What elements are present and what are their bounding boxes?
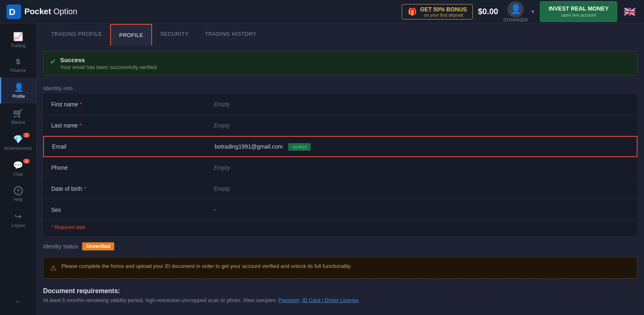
chat-icon: 💬 bbox=[13, 160, 23, 170]
sidebar-item-market[interactable]: 🛒 Market bbox=[0, 104, 36, 129]
field-value-email: botrading1991@gmail.com Verified bbox=[215, 143, 629, 150]
achievements-badge: 2 bbox=[23, 133, 30, 138]
success-banner: ✔ Success Your email has been successful… bbox=[43, 51, 637, 76]
sidebar-item-finance[interactable]: $ Finance bbox=[0, 53, 36, 78]
field-label-sex: Sex bbox=[51, 207, 214, 213]
sidebar: 📈 Trading $ Finance 👤 Profile 🛒 Market 💎… bbox=[0, 24, 37, 315]
logout-icon: ↪ bbox=[15, 211, 22, 221]
sidebar-arrow-icon[interactable]: ← bbox=[11, 293, 26, 310]
topnav: D Pocket Option 🎁 GET 50% BONUS on your … bbox=[0, 0, 644, 24]
sidebar-bottom: ← bbox=[0, 293, 36, 315]
sidebar-item-chat[interactable]: 💬 Chat 3 bbox=[0, 155, 36, 181]
main-content: TRADING PROFILE PROFILE SECURITY TRADING… bbox=[37, 24, 644, 315]
sidebar-label-profile: Profile bbox=[12, 94, 25, 99]
invest-button[interactable]: INVEST REAL MONEY open live account bbox=[540, 1, 617, 22]
chevron-down-icon: ▼ bbox=[531, 9, 535, 15]
identity-status-label: Identity status bbox=[43, 243, 78, 250]
bonus-button[interactable]: 🎁 GET 50% BONUS on your first deposit bbox=[402, 4, 473, 19]
tab-profile[interactable]: PROFILE bbox=[110, 24, 152, 45]
tab-security[interactable]: SECURITY bbox=[152, 24, 197, 45]
verified-badge: Verified bbox=[288, 143, 311, 151]
gift-icon: 🎁 bbox=[408, 7, 417, 16]
sidebar-label-help: Help bbox=[13, 197, 23, 202]
field-label-first-name: First name* bbox=[51, 101, 214, 108]
tabs-bar: TRADING PROFILE PROFILE SECURITY TRADING… bbox=[37, 24, 644, 45]
sidebar-item-trading[interactable]: 📈 Trading bbox=[0, 27, 36, 53]
flag-icon[interactable]: 🇬🇧 bbox=[622, 6, 637, 17]
market-icon: 🛒 bbox=[13, 108, 23, 118]
table-row-email: Email botrading1991@gmail.com Verified bbox=[43, 136, 637, 157]
table-row: First name* Empty bbox=[43, 94, 637, 115]
sidebar-label-market: Market bbox=[11, 120, 25, 125]
doc-text: At least 6 months remaining validity per… bbox=[43, 297, 637, 303]
sidebar-item-achievements[interactable]: 💎 Achievements 2 bbox=[0, 129, 36, 155]
sidebar-label-chat: Chat bbox=[13, 172, 23, 177]
success-subtitle: Your email has been successfully verifie… bbox=[60, 64, 157, 70]
layout: 📈 Trading $ Finance 👤 Profile 🛒 Market 💎… bbox=[0, 24, 644, 315]
field-label-last-name: Last name* bbox=[51, 122, 214, 129]
logo-area: D Pocket Option bbox=[7, 4, 397, 19]
tab-trading-profile[interactable]: TRADING PROFILE bbox=[43, 24, 110, 45]
identity-status-section: Identity status Unverified bbox=[37, 236, 644, 254]
invest-sub-label: open live account bbox=[548, 12, 609, 18]
trading-icon: 📈 bbox=[13, 32, 23, 41]
required-note: * Required data bbox=[43, 220, 637, 236]
sidebar-item-logout[interactable]: ↪ Logout bbox=[0, 207, 36, 233]
success-icon: ✔ bbox=[50, 57, 56, 66]
unverified-badge: Unverified bbox=[82, 242, 114, 250]
warning-box: ⚠ Please complete the forms and upload y… bbox=[43, 257, 637, 278]
topnav-right: 🎁 GET 50% BONUS on your first deposit $0… bbox=[402, 1, 637, 22]
tab-trading-history[interactable]: TRADING HISTORY bbox=[197, 24, 265, 45]
invest-main-label: INVEST REAL MONEY bbox=[548, 5, 609, 12]
achievements-icon: 💎 bbox=[13, 134, 23, 144]
field-value-phone: Empty bbox=[214, 164, 629, 171]
field-label-phone: Phone bbox=[51, 164, 214, 171]
id-card-link[interactable]: ID Card / Driver License bbox=[302, 297, 359, 303]
sidebar-label-logout: Logout bbox=[11, 223, 25, 228]
sidebar-label-trading: Trading bbox=[11, 43, 26, 48]
field-value-last-name: Empty bbox=[214, 122, 629, 129]
field-value-sex: - bbox=[214, 207, 629, 213]
table-row: Date of birth* Empty bbox=[43, 178, 637, 199]
identity-section-title: Identity info bbox=[37, 81, 644, 94]
field-value-dob: Empty bbox=[214, 186, 629, 192]
logo-text: Pocket Option bbox=[24, 7, 77, 16]
finance-icon: $ bbox=[16, 58, 20, 66]
profile-icon: 👤 bbox=[14, 82, 24, 92]
sidebar-item-profile[interactable]: 👤 Profile bbox=[0, 78, 36, 104]
table-row: Last name* Empty bbox=[43, 115, 637, 136]
avatar: 👤 bbox=[507, 1, 524, 17]
passport-link[interactable]: Passport bbox=[278, 297, 299, 303]
doc-title: Document requirements: bbox=[43, 287, 637, 295]
logo-icon: D bbox=[7, 4, 21, 19]
field-label-email: Email bbox=[52, 143, 215, 150]
help-icon: ? bbox=[14, 186, 23, 195]
bonus-sub-label: on your first deposit bbox=[420, 13, 467, 17]
success-title: Success bbox=[60, 56, 157, 63]
sidebar-label-achievements: Achievements bbox=[4, 146, 32, 151]
doc-requirements-section: Document requirements: At least 6 months… bbox=[37, 282, 644, 307]
sidebar-item-help[interactable]: ? Help bbox=[0, 181, 36, 207]
sidebar-label-finance: Finance bbox=[10, 68, 26, 73]
balance-display: $0.00 bbox=[478, 7, 498, 16]
table-row: Sex - bbox=[43, 199, 637, 220]
chat-badge: 3 bbox=[23, 159, 30, 164]
warning-text: Please complete the forms and upload you… bbox=[61, 263, 352, 269]
table-row: Phone Empty bbox=[43, 157, 637, 178]
warning-icon: ⚠ bbox=[50, 263, 57, 272]
field-label-dob: Date of birth* bbox=[51, 186, 214, 192]
svg-text:D: D bbox=[9, 7, 15, 17]
field-value-first-name: Empty bbox=[214, 101, 629, 108]
user-area[interactable]: 👤 STRANGER ▼ bbox=[503, 1, 535, 22]
stranger-label: STRANGER bbox=[503, 17, 528, 22]
identity-table: First name* Empty Last name* Empty Email… bbox=[43, 94, 637, 236]
bonus-main-label: GET 50% BONUS bbox=[420, 6, 467, 13]
